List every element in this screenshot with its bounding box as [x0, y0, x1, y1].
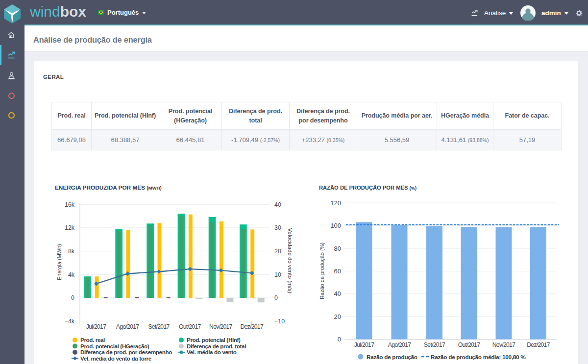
- svg-text:Vel. média do vento da torre: Vel. média do vento da torre: [80, 355, 152, 362]
- svg-text:60: 60: [334, 267, 341, 275]
- svg-text:40: 40: [334, 290, 341, 297]
- svg-text:Set/2017: Set/2017: [424, 341, 445, 348]
- svg-text:16k: 16k: [65, 201, 75, 208]
- svg-text:40: 40: [274, 201, 281, 208]
- svg-text:Vel. média do vento: Vel. média do vento: [187, 349, 237, 355]
- svg-text:RAZÃO DE PRODUÇÃO POR MÊS (%): RAZÃO DE PRODUÇÃO POR MÊS (%): [319, 185, 416, 191]
- svg-text:Razão de produção média: 100,8: Razão de produção média: 100,80 %: [431, 354, 526, 361]
- svg-text:Razão de produção: Razão de produção: [367, 354, 417, 361]
- svg-text:Velocidade do vento (m/s): Velocidade do vento (m/s): [287, 228, 293, 293]
- svg-text:Out/2017: Out/2017: [458, 341, 480, 348]
- svg-text:100: 100: [330, 222, 341, 229]
- svg-text:Ago/2017: Ago/2017: [116, 323, 140, 330]
- svg-text:Razão de produção (%): Razão de produção (%): [319, 243, 325, 299]
- svg-text:20: 20: [334, 313, 341, 320]
- svg-text:0: 0: [71, 294, 74, 301]
- svg-text:0: 0: [274, 294, 278, 301]
- svg-text:Prod. potencial (HGeração): Prod. potencial (HGeração): [80, 343, 149, 349]
- svg-text:ENERGIA PRODUZIDA POR MÊS (MWH: ENERGIA PRODUZIDA POR MÊS (MWH): [55, 184, 162, 191]
- svg-text:Energia (MWh): Energia (MWh): [56, 244, 62, 280]
- svg-text:10: 10: [274, 271, 281, 278]
- svg-text:Set/2017: Set/2017: [148, 323, 170, 330]
- svg-text:20: 20: [274, 248, 281, 255]
- svg-text:Prod. potencial (HInf): Prod. potencial (HInf): [187, 337, 241, 343]
- svg-text:8k: 8k: [68, 248, 75, 255]
- svg-text:Nov/2017: Nov/2017: [209, 323, 232, 330]
- svg-text:30: 30: [274, 224, 281, 231]
- svg-text:Nov/2017: Nov/2017: [492, 341, 515, 348]
- svg-text:Prod. real: Prod. real: [80, 337, 105, 343]
- svg-text:Out/2017: Out/2017: [179, 323, 201, 330]
- svg-text:Diferença de prod. por desempe: Diferença de prod. por desempenho: [80, 349, 172, 355]
- svg-text:Ago/2017: Ago/2017: [388, 341, 412, 348]
- svg-text:−4k: −4k: [65, 318, 75, 325]
- svg-text:−10: −10: [274, 318, 285, 325]
- svg-text:Dez/2017: Dez/2017: [240, 323, 263, 330]
- svg-text:80: 80: [334, 245, 341, 252]
- svg-text:120: 120: [330, 199, 341, 207]
- svg-text:12k: 12k: [65, 224, 75, 231]
- svg-text:0: 0: [338, 336, 341, 343]
- svg-text:Jul/2017: Jul/2017: [354, 341, 374, 348]
- svg-text:Jul/2017: Jul/2017: [86, 323, 106, 330]
- svg-text:Dez/2017: Dez/2017: [527, 341, 550, 348]
- svg-text:4k: 4k: [68, 271, 75, 278]
- svg-text:Diferença de prod. total: Diferença de prod. total: [187, 343, 246, 349]
